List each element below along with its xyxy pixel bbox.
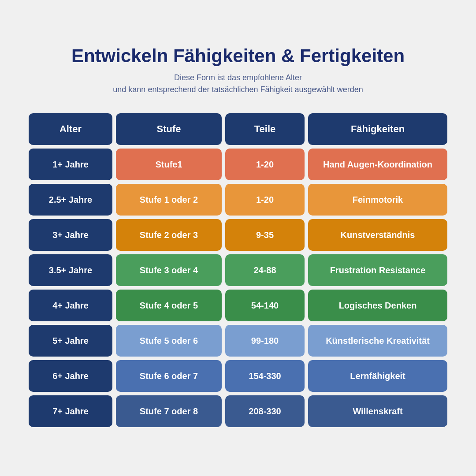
- cell-stufe-1: Stufe 1 oder 2: [116, 184, 222, 216]
- cell-teile-3: 24-88: [225, 254, 305, 286]
- cell-teile-0: 1-20: [225, 149, 305, 180]
- cell-alter-6: 6+ Jahre: [29, 360, 112, 392]
- cell-teile-4: 54-140: [225, 290, 305, 321]
- cell-faehigkeit-5: Künstlerische Kreativität: [308, 325, 447, 357]
- subtitle-line1: Diese Form ist das empfohlene Alter: [174, 73, 302, 82]
- cell-alter-5: 5+ Jahre: [29, 325, 112, 357]
- cell-stufe-0: Stufe1: [116, 149, 222, 180]
- skills-table: Alter Stufe Teile Fähigkeiten 1+ Jahre S…: [29, 113, 447, 431]
- cell-stufe-7: Stufe 7 oder 8: [116, 395, 222, 427]
- cell-alter-7: 7+ Jahre: [29, 395, 112, 427]
- cell-alter-0: 1+ Jahre: [29, 149, 112, 180]
- cell-stufe-6: Stufe 6 oder 7: [116, 360, 222, 392]
- table-body: 1+ Jahre Stufe1 1-20 Hand Augen-Koordina…: [29, 149, 447, 427]
- cell-stufe-5: Stufe 5 oder 6: [116, 325, 222, 357]
- cell-teile-6: 154-330: [225, 360, 305, 392]
- cell-teile-5: 99-180: [225, 325, 305, 357]
- cell-alter-2: 3+ Jahre: [29, 219, 112, 251]
- main-container: Entwickeln Fähigkeiten & Fertigkeiten Di…: [29, 45, 447, 431]
- cell-stufe-3: Stufe 3 oder 4: [116, 254, 222, 286]
- table-row: 3.5+ Jahre Stufe 3 oder 4 24-88 Frustrat…: [29, 254, 447, 286]
- header-faehigkeiten: Fähigkeiten: [308, 113, 447, 145]
- page-subtitle: Diese Form ist das empfohlene Alter und …: [113, 72, 363, 96]
- table-row: 2.5+ Jahre Stufe 1 oder 2 1-20 Feinmotor…: [29, 184, 447, 216]
- table-row: 5+ Jahre Stufe 5 oder 6 99-180 Künstleri…: [29, 325, 447, 357]
- table-row: 4+ Jahre Stufe 4 oder 5 54-140 Logisches…: [29, 290, 447, 321]
- table-row: 7+ Jahre Stufe 7 oder 8 208-330 Willensk…: [29, 395, 447, 427]
- cell-faehigkeit-0: Hand Augen-Koordination: [308, 149, 447, 180]
- cell-faehigkeit-6: Lernfähigkeit: [308, 360, 447, 392]
- cell-faehigkeit-4: Logisches Denken: [308, 290, 447, 321]
- cell-teile-1: 1-20: [225, 184, 305, 216]
- cell-alter-3: 3.5+ Jahre: [29, 254, 112, 286]
- cell-faehigkeit-3: Frustration Resistance: [308, 254, 447, 286]
- cell-teile-7: 208-330: [225, 395, 305, 427]
- cell-teile-2: 9-35: [225, 219, 305, 251]
- header-teile: Teile: [225, 113, 305, 145]
- cell-alter-4: 4+ Jahre: [29, 290, 112, 321]
- cell-stufe-4: Stufe 4 oder 5: [116, 290, 222, 321]
- cell-faehigkeit-7: Willenskraft: [308, 395, 447, 427]
- cell-faehigkeit-2: Kunstverständnis: [308, 219, 447, 251]
- table-header-row: Alter Stufe Teile Fähigkeiten: [29, 113, 447, 145]
- table-row: 1+ Jahre Stufe1 1-20 Hand Augen-Koordina…: [29, 149, 447, 180]
- cell-alter-1: 2.5+ Jahre: [29, 184, 112, 216]
- cell-faehigkeit-1: Feinmotorik: [308, 184, 447, 216]
- table-row: 6+ Jahre Stufe 6 oder 7 154-330 Lernfähi…: [29, 360, 447, 392]
- subtitle-line2: und kann entsprechend der tatsächlichen …: [113, 85, 363, 94]
- table-row: 3+ Jahre Stufe 2 oder 3 9-35 Kunstverstä…: [29, 219, 447, 251]
- header-stufe: Stufe: [116, 113, 222, 145]
- cell-stufe-2: Stufe 2 oder 3: [116, 219, 222, 251]
- page-title: Entwickeln Fähigkeiten & Fertigkeiten: [71, 45, 405, 67]
- header-alter: Alter: [29, 113, 112, 145]
